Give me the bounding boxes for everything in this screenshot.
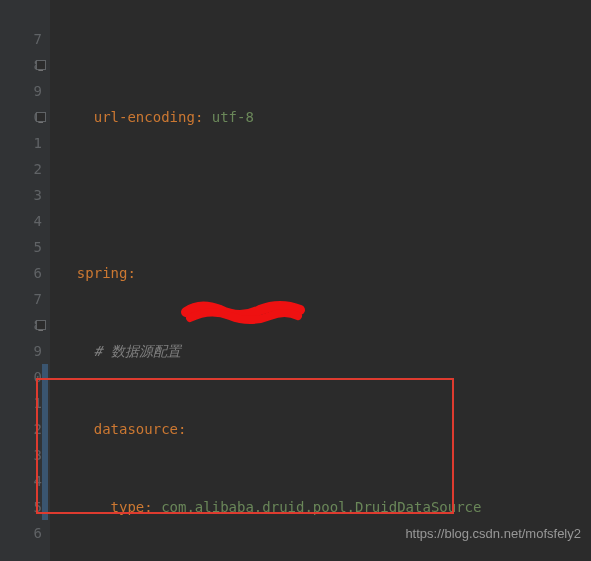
gutter-row: 7 [0,26,42,52]
code-line[interactable]: url-encoding: utf-8 [60,104,591,130]
fold-marker-icon[interactable] [36,320,46,330]
gutter-row: 3 [0,442,42,468]
selection-highlight [42,364,48,520]
code-line[interactable]: type: com.alibaba.druid.pool.DruidDataSo… [60,494,591,520]
gutter-row: 9 [0,78,42,104]
code-line[interactable] [60,182,591,208]
gutter-row: 7 [0,286,42,312]
gutter-row [0,546,42,561]
gutter-row: 2 [0,416,42,442]
gutter-row: 0 [0,104,42,130]
gutter-row: 5 [0,234,42,260]
fold-marker-icon[interactable] [36,112,46,122]
fold-marker-icon[interactable] [36,60,46,70]
gutter-row: 3 [0,182,42,208]
code-line[interactable]: spring: [60,260,591,286]
gutter-row [0,0,42,26]
gutter-row: 1 [0,130,42,156]
gutter-row: 4 [0,468,42,494]
gutter-row: 8 [0,312,42,338]
gutter-row: 8 [0,52,42,78]
gutter-row: 0 [0,364,42,390]
gutter-row: 5 [0,494,42,520]
gutter-row: 6 [0,260,42,286]
code-line[interactable]: # 数据源配置 [60,338,591,364]
code-area[interactable]: url-encoding: utf-8 spring: # 数据源配置 data… [50,0,591,561]
gutter-row: 1 [0,390,42,416]
code-line[interactable]: datasource: [60,416,591,442]
gutter-row: 6 [0,520,42,546]
gutter-row: 2 [0,156,42,182]
code-editor[interactable]: 7 8 9 0 1 2 3 4 5 6 7 8 9 0 1 2 3 4 5 6 … [0,0,591,561]
gutter-row: 9 [0,338,42,364]
gutter-row: 4 [0,208,42,234]
watermark-text: https://blog.csdn.net/mofsfely2 [405,521,581,547]
